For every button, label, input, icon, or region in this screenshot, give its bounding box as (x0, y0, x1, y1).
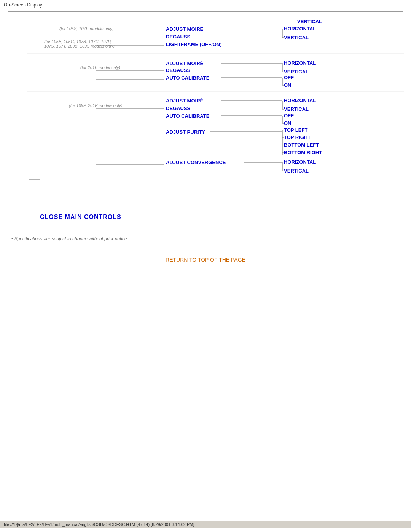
bottom-left: BOTTOM LEFT (284, 142, 319, 148)
off-2: OFF (284, 75, 294, 80)
footer-note: • Specifications are subject to change w… (8, 236, 403, 241)
adjust-purity: ADJUST PURITY (166, 129, 206, 135)
model-note-1: (for 105S, 107E models only) (59, 26, 114, 31)
horizontal-3: HORIZONTAL (284, 97, 316, 103)
page-title: On-Screen Display (0, 0, 411, 10)
on-2: ON (284, 82, 292, 88)
vertical-3: VERTICAL (284, 106, 309, 112)
auto-calibrate-3: AUTO CALIBRATE (166, 113, 210, 119)
top-right: TOP RIGHT (284, 134, 311, 140)
off-3: OFF (284, 113, 294, 118)
bottom-right: BOTTOM RIGHT (284, 150, 322, 155)
degauss-1: DEGAUSS (166, 34, 191, 40)
model-note-201b: (for 201B model only) (80, 65, 120, 70)
model-note-109p: (for 109P, 201P models only) (69, 103, 123, 108)
horizontal-1: HORIZONTAL (284, 26, 316, 32)
model-note-2a: (for 105B, 105G, 107B, 107G, 107P, (44, 39, 112, 44)
adjust-convergence: ADJUST CONVERGENCE (166, 160, 226, 165)
horizontal-conv: HORIZONTAL (284, 159, 316, 165)
osd-diagram: VERTICAL (for 105S, 107E models only) AD… (19, 16, 408, 206)
return-to-top-link[interactable]: RETURN TO TOP OF THE PAGE (0, 257, 411, 263)
vertical-1: VERTICAL (284, 35, 309, 40)
auto-calibrate-2: AUTO CALIBRATE (166, 75, 210, 81)
main-content: VERTICAL (for 105S, 107E models only) AD… (8, 11, 403, 228)
model-note-2b: 107S, 107T, 109B, 109S models only) (44, 44, 115, 48)
vertical-2: VERTICAL (284, 69, 309, 75)
close-line (31, 217, 38, 217)
adjust-moire-3: ADJUST MOIRÉ (166, 98, 204, 104)
status-bar: file:///D|/rita/LF2/LF2/LFa1/multi_manua… (0, 520, 411, 528)
adjust-moire-2: ADJUST MOIRÉ (166, 61, 204, 66)
degauss-3: DEGAUSS (166, 105, 191, 111)
lightframe-1: LIGHTFRAME (OFF/ON) (166, 42, 222, 47)
vertical-conv: VERTICAL (284, 168, 309, 174)
on-3: ON (284, 120, 292, 126)
top-left: TOP LEFT (284, 127, 307, 133)
adjust-moire-1: ADJUST MOIRÉ (166, 26, 204, 32)
degauss-2: DEGAUSS (166, 67, 191, 73)
close-label: CLOSE MAIN CONTROLS (40, 214, 121, 220)
horizontal-2: HORIZONTAL (284, 60, 316, 66)
vertical-top-label: VERTICAL (297, 19, 322, 24)
close-main-controls: CLOSE MAIN CONTROLS (31, 210, 392, 220)
